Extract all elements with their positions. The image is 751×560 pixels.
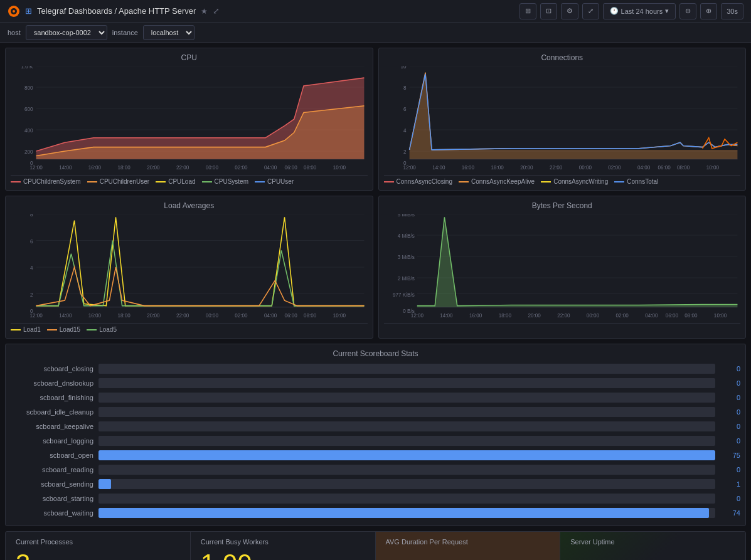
svg-text:10: 10: [400, 66, 406, 70]
scoreboard-value-logging: 0: [715, 437, 740, 445]
scoreboard-bar-container-reading: [99, 465, 715, 475]
bytes-chart-area: 5 MiB/s 4 MiB/s 3 MiB/s 2 MiB/s 977 KiB/…: [384, 214, 741, 320]
svg-text:18:00: 18:00: [118, 164, 131, 171]
connections-title: Connections: [384, 53, 741, 62]
svg-text:16:00: 16:00: [88, 164, 102, 171]
grid-icon: ⊞: [25, 6, 32, 16]
tv-button[interactable]: ⊡: [540, 3, 557, 19]
scoreboard-label-open: scboard_open: [11, 452, 99, 459]
bytes-chart: 5 MiB/s 4 MiB/s 3 MiB/s 2 MiB/s 977 KiB/…: [384, 214, 741, 320]
svg-text:06:00: 06:00: [285, 164, 298, 171]
connections-panel: Connections 10 8 6 4 2 0: [378, 48, 747, 191]
legend-cpu-load: CPULoad: [156, 178, 195, 185]
scoreboard-label-closing: scboard_closing: [11, 365, 99, 372]
svg-text:12:00: 12:00: [410, 312, 423, 319]
legend-conns-async-writing: ConnsAsyncWriting: [541, 178, 608, 185]
scoreboard-label-starting: scboard_starting: [11, 495, 99, 502]
legend-cpu-children-system: CPUChildrenSystem: [11, 178, 81, 185]
svg-text:4: 4: [30, 265, 33, 271]
current-processes-title: Current Processes: [16, 538, 180, 546]
scoreboard-row-keepalive: scboard_keepalive 0: [11, 420, 740, 433]
cpu-panel: CPU 1.0 K 800 600 400 200 0: [5, 48, 373, 191]
share-button[interactable]: ⤢: [582, 3, 599, 19]
time-range-label: Last 24 hours: [621, 8, 663, 15]
svg-text:06:00: 06:00: [658, 164, 671, 171]
svg-text:8: 8: [403, 85, 407, 91]
current-busy-workers-value: 1.00: [201, 551, 365, 560]
load-averages-chart: 8 6 4 2 0 12:00 14:00 16:00 18:00: [11, 214, 368, 320]
star-icon[interactable]: ★: [201, 7, 208, 16]
current-busy-workers-cell: Current Busy Workers 1.00: [191, 532, 376, 560]
svg-text:10:00: 10:00: [706, 164, 719, 171]
scoreboard-row-idle-cleanup: scboard_idle_cleanup 0: [11, 405, 740, 419]
load-averages-title: Load Averages: [11, 201, 368, 210]
svg-text:16:00: 16:00: [469, 312, 482, 319]
instance-select[interactable]: localhost: [143, 25, 194, 40]
svg-text:10:00: 10:00: [713, 312, 727, 319]
settings-button[interactable]: ⚙: [561, 3, 578, 19]
scoreboard-value-dnslookup: 0: [715, 379, 740, 387]
scoreboard-label-sending: scboard_sending: [11, 480, 99, 488]
legend-cpu-system: CPUSystem: [202, 178, 248, 185]
svg-text:800: 800: [24, 85, 33, 91]
instance-label: instance: [112, 29, 138, 36]
time-range-button[interactable]: 🕐 Last 24 hours ▾: [603, 3, 676, 19]
scoreboard-bar-container-closing: [99, 364, 715, 374]
scoreboard-bar-container-sending: [99, 479, 715, 489]
add-panel-button[interactable]: ⊞: [519, 3, 536, 19]
svg-text:1.0 K: 1.0 K: [21, 66, 33, 70]
svg-text:04:00: 04:00: [264, 312, 277, 319]
svg-text:08:00: 08:00: [304, 164, 317, 171]
svg-text:20:00: 20:00: [147, 164, 160, 171]
chevron-down-icon: ▾: [665, 7, 669, 15]
cpu-legend: CPUChildrenSystem CPUChildrenUser CPULoa…: [11, 175, 368, 185]
zoom-out-button[interactable]: ⊖: [679, 3, 696, 19]
svg-marker-16: [36, 106, 365, 159]
svg-text:00:00: 00:00: [578, 164, 592, 171]
svg-text:00:00: 00:00: [206, 312, 219, 319]
refresh-button[interactable]: 30s: [721, 3, 743, 19]
load-averages-chart-area: 8 6 4 2 0 12:00 14:00 16:00 18:00: [11, 214, 368, 320]
scoreboard-row-open: scboard_open 75: [11, 448, 740, 462]
svg-text:977 KiB/s: 977 KiB/s: [393, 292, 415, 298]
scoreboard-row-sending: scboard_sending 1: [11, 477, 740, 491]
scoreboard-value-reading: 0: [715, 466, 740, 473]
variable-bar: host sandbox-cop-0002 instance localhost: [0, 23, 751, 43]
svg-text:22:00: 22:00: [549, 164, 562, 171]
svg-text:12:00: 12:00: [29, 164, 43, 171]
svg-text:6: 6: [403, 106, 407, 112]
row-charts-1: CPU 1.0 K 800 600 400 200 0: [5, 48, 746, 191]
legend-cpu-user: CPUUser: [255, 178, 294, 185]
scoreboard-row-reading: scboard_reading 0: [11, 463, 740, 477]
svg-text:04:00: 04:00: [645, 312, 658, 319]
scoreboard-row-waiting: scboard_waiting 74: [11, 506, 740, 520]
svg-text:06:00: 06:00: [285, 312, 298, 319]
svg-text:5 MiB/s: 5 MiB/s: [397, 214, 414, 218]
cpu-title: CPU: [11, 53, 368, 62]
connections-chart-area: 10 8 6 4 2 0 12:00 14:00: [384, 66, 741, 172]
scoreboard-row-closing: scboard_closing 0: [11, 362, 740, 376]
svg-text:6: 6: [30, 238, 33, 245]
svg-text:2 MiB/s: 2 MiB/s: [397, 275, 414, 282]
host-select[interactable]: sandbox-cop-0002: [26, 25, 107, 40]
legend-load1: Load1: [11, 326, 41, 333]
server-uptime-title: Server Uptime: [570, 538, 735, 546]
scoreboard-bar-container-idle-cleanup: [99, 407, 715, 417]
bytes-legend: [384, 323, 741, 330]
svg-text:16:00: 16:00: [88, 312, 102, 319]
scoreboard-bar-container-dnslookup: [99, 378, 715, 388]
share-icon[interactable]: ⤢: [213, 6, 220, 16]
legend-conns-total: ConnsTotal: [614, 178, 658, 185]
scoreboard-label-waiting: scboard_waiting: [11, 509, 99, 517]
svg-text:3 MiB/s: 3 MiB/s: [397, 254, 414, 260]
scoreboard-label-keepalive: scboard_keepalive: [11, 423, 99, 430]
svg-text:4 MiB/s: 4 MiB/s: [397, 233, 414, 239]
svg-text:00:00: 00:00: [206, 164, 219, 171]
scoreboard-row-dnslookup: scboard_dnslookup 0: [11, 376, 740, 390]
svg-text:12:00: 12:00: [403, 164, 416, 171]
scoreboard-value-closing: 0: [715, 365, 740, 372]
zoom-in-button[interactable]: ⊕: [700, 3, 717, 19]
svg-text:4: 4: [403, 127, 407, 134]
bytes-per-second-panel: Bytes Per Second 5 MiB/s 4 MiB/s 3 MiB/s…: [378, 196, 747, 339]
avg-duration-title: AVG Duration Per Request: [386, 538, 550, 546]
